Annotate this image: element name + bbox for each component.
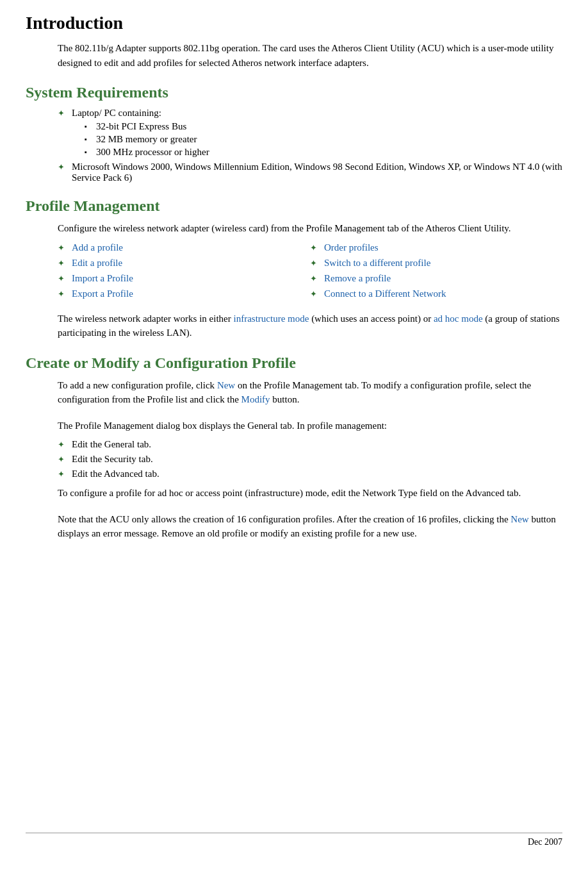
list-item: Microsoft Windows 2000, Windows Millenni… <box>58 162 562 183</box>
list-item: Edit the Advanced tab. <box>58 469 562 479</box>
list-item[interactable]: Import a Profile <box>58 273 310 284</box>
create-modify-para4: Note that the ACU only allows the creati… <box>58 512 562 541</box>
edit-profile-link[interactable]: Edit a profile <box>72 258 122 268</box>
system-requirements-list: Laptop/ PC containing: 32-bit PCI Expres… <box>58 108 562 183</box>
create-modify-para1: To add a new configuration profile, clic… <box>58 378 562 407</box>
sub-list: 32-bit PCI Express Bus 32 MB memory or g… <box>85 121 562 158</box>
page-title: Introduction <box>26 13 562 33</box>
create-modify-para3: To configure a profile for ad hoc or acc… <box>58 486 562 501</box>
profile-management-heading: Profile Management <box>26 197 562 215</box>
footer-date: Dec 2007 <box>528 837 562 847</box>
system-requirements-heading: System Requirements <box>26 84 562 101</box>
connect-different-network-link[interactable]: Connect to a Different Network <box>324 288 446 299</box>
create-modify-para2: The Profile Management dialog box displa… <box>58 419 562 433</box>
list-item[interactable]: Export a Profile <box>58 288 310 299</box>
list-item[interactable]: Connect to a Different Network <box>310 288 562 299</box>
infrastructure-mode-link[interactable]: infrastructure mode <box>234 313 309 324</box>
profile-links-left: Add a profile Edit a profile Import a Pr… <box>58 242 310 304</box>
list-item: 32-bit PCI Express Bus <box>85 121 562 132</box>
list-item[interactable]: Remove a profile <box>310 273 562 284</box>
adhoc-mode-link[interactable]: ad hoc mode <box>434 313 483 324</box>
intro-body: The 802.11b/g Adapter supports 802.11bg … <box>58 41 562 70</box>
profile-management-body: Configure the wireless network adapter (… <box>58 221 562 236</box>
add-profile-link[interactable]: Add a profile <box>72 242 123 253</box>
list-item: 300 MHz processor or higher <box>85 147 562 158</box>
list-item[interactable]: Add a profile <box>58 242 310 253</box>
list-item: Laptop/ PC containing: 32-bit PCI Expres… <box>58 108 562 158</box>
list-item[interactable]: Switch to a different profile <box>310 258 562 269</box>
profile-links-right: Order profiles Switch to a different pro… <box>310 242 562 304</box>
profile-management-footer: The wireless network adapter works in ei… <box>58 312 562 340</box>
export-profile-link[interactable]: Export a Profile <box>72 288 133 299</box>
order-profiles-link[interactable]: Order profiles <box>324 242 379 253</box>
list-item: Edit the Security tab. <box>58 454 562 465</box>
modify-link[interactable]: Modify <box>241 394 270 404</box>
list-item: Edit the General tab. <box>58 439 562 450</box>
new-link-1[interactable]: New <box>217 380 235 390</box>
profile-management-edit-list: Edit the General tab. Edit the Security … <box>58 439 562 479</box>
import-profile-link[interactable]: Import a Profile <box>72 273 133 283</box>
list-item[interactable]: Order profiles <box>310 242 562 253</box>
profile-management-links: Add a profile Edit a profile Import a Pr… <box>58 242 562 304</box>
switch-profile-link[interactable]: Switch to a different profile <box>324 258 430 268</box>
list-item: 32 MB memory or greater <box>85 134 562 145</box>
remove-profile-link[interactable]: Remove a profile <box>324 273 391 283</box>
right-link-list: Order profiles Switch to a different pro… <box>310 242 562 299</box>
left-link-list: Add a profile Edit a profile Import a Pr… <box>58 242 310 299</box>
new-link-2[interactable]: New <box>510 514 528 524</box>
create-modify-heading: Create or Modify a Configuration Profile <box>26 354 562 372</box>
footer: Dec 2007 <box>26 833 562 847</box>
list-item[interactable]: Edit a profile <box>58 258 310 269</box>
